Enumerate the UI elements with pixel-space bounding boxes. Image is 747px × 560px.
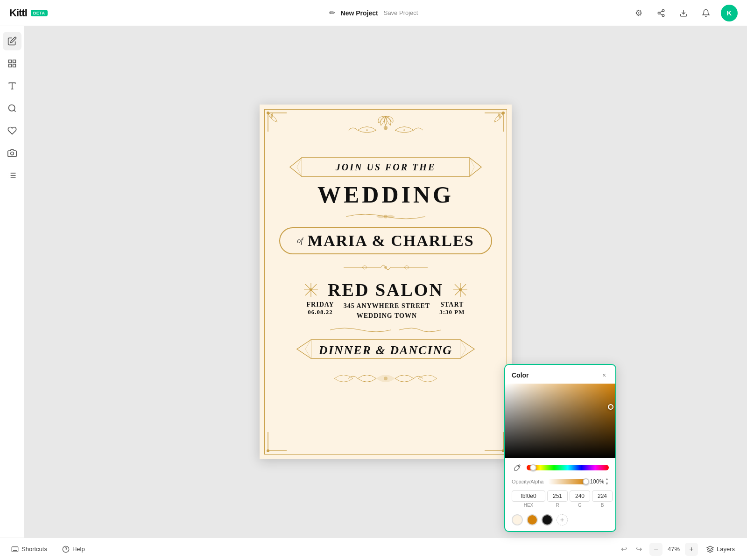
event-info-row: FRIDAY 06.08.22 345 ANYWHERE STREET WEDD…	[274, 301, 498, 321]
eyedropper-button[interactable]	[512, 462, 523, 473]
logo[interactable]: Kittl	[9, 7, 27, 19]
hex-label: HEX	[524, 503, 534, 508]
wedding-text: WEDDING	[317, 182, 454, 208]
sidebar-item-templates[interactable]	[3, 54, 21, 73]
layers-button[interactable]: Layers	[702, 544, 740, 555]
project-name[interactable]: New Project	[341, 9, 378, 17]
start-time: 3:30 PM	[439, 308, 465, 316]
gradient-cursor	[608, 404, 613, 410]
redo-button[interactable]: ↪	[633, 543, 646, 556]
r-input[interactable]	[547, 490, 568, 502]
svg-point-26	[366, 129, 368, 131]
svg-point-27	[403, 129, 405, 131]
swatch-black[interactable]	[542, 514, 553, 525]
ornament-bottom-row	[328, 325, 444, 335]
hue-slider[interactable]	[527, 465, 609, 470]
opacity-slider[interactable]	[548, 479, 586, 484]
undo-redo-controls: ↩ ↪	[618, 543, 646, 556]
user-avatar[interactable]: K	[721, 5, 738, 21]
g-input-group: G	[570, 490, 590, 508]
hue-slider-thumb	[530, 464, 536, 471]
g-label: G	[578, 503, 582, 508]
opacity-thumb	[583, 478, 589, 485]
color-inputs: HEX R G B	[505, 488, 615, 511]
help-button[interactable]: Help	[58, 544, 89, 555]
zoom-controls: − 47% +	[649, 543, 698, 556]
svg-point-32	[310, 288, 312, 291]
edit-icon: ✏	[329, 8, 335, 17]
help-label: Help	[72, 546, 85, 553]
bottom-bar: Shortcuts Help ↩ ↪ − 47% + La	[0, 538, 747, 560]
svg-point-21	[267, 112, 269, 114]
color-picker-header: Color ×	[505, 365, 615, 384]
g-input[interactable]	[570, 490, 590, 502]
opacity-row: Opacity/Alpha 100% ▲ ▼	[505, 475, 615, 488]
sidebar-item-shapes[interactable]	[3, 121, 21, 140]
swatch-gold[interactable]	[527, 514, 538, 525]
bottom-left: Shortcuts Help	[7, 544, 89, 555]
svg-rect-6	[8, 60, 11, 63]
layers-label: Layers	[717, 546, 735, 553]
header-left: Kittl BETA	[9, 7, 48, 19]
shortcuts-label: Shortcuts	[21, 546, 47, 553]
address-line2: WEDDING TOWN	[344, 311, 430, 321]
notification-button[interactable]	[698, 6, 713, 21]
top-ornament	[320, 114, 451, 151]
sidebar-item-grid[interactable]	[3, 166, 21, 185]
svg-line-3	[660, 14, 662, 15]
sidebar-item-camera[interactable]	[3, 144, 21, 162]
b-label: B	[601, 503, 604, 508]
svg-line-4	[660, 11, 662, 12]
svg-rect-7	[13, 60, 15, 63]
sidebar-item-edit[interactable]	[3, 32, 21, 50]
bottom-right: ↩ ↪ − 47% + Layers	[618, 543, 740, 556]
color-picker-close-button[interactable]: ×	[599, 371, 609, 380]
b-input[interactable]	[592, 490, 613, 502]
corner-tl	[263, 108, 291, 136]
download-button[interactable]	[676, 6, 691, 21]
svg-point-31	[384, 266, 387, 269]
svg-point-33	[459, 288, 462, 291]
header-right: ⚙ K	[631, 5, 738, 21]
share-button[interactable]	[654, 6, 669, 21]
hex-input-group: HEX	[512, 490, 545, 508]
swatch-add-button[interactable]	[557, 514, 568, 525]
left-sidebar	[0, 26, 24, 541]
save-project-button[interactable]: Save Project	[384, 9, 418, 16]
settings-button[interactable]: ⚙	[631, 6, 646, 21]
opacity-label: Opacity/Alpha	[512, 479, 544, 484]
shortcuts-button[interactable]: Shortcuts	[7, 544, 51, 555]
sidebar-item-search[interactable]	[3, 99, 21, 118]
friday-date: 06.08.22	[307, 308, 334, 316]
card-content: JOIN US FOR THE WEDDING of MARIA & CHARL…	[260, 105, 512, 401]
header-center: ✏ New Project Save Project	[329, 8, 418, 17]
maria-charles-text: MARIA & CHARLES	[308, 232, 474, 250]
join-us-text: JOIN US FOR THE	[336, 162, 436, 173]
swatch-white[interactable]	[512, 514, 523, 525]
svg-point-22	[502, 112, 505, 114]
hex-input[interactable]	[512, 490, 545, 502]
wedding-card: JOIN US FOR THE WEDDING of MARIA & CHARL…	[260, 105, 512, 459]
color-swatches	[505, 511, 615, 531]
canvas-area[interactable]: JOIN US FOR THE WEDDING of MARIA & CHARL…	[24, 26, 747, 538]
beta-badge: BETA	[31, 10, 48, 16]
svg-point-12	[8, 105, 14, 111]
ornament-divider-1	[344, 210, 428, 224]
corner-bl	[263, 427, 291, 455]
start-col: START 3:30 PM	[439, 301, 465, 316]
address-line1: 345 ANYWHERE STREET	[344, 301, 430, 311]
opacity-value: 100% ▲ ▼	[590, 477, 609, 486]
undo-button[interactable]: ↩	[618, 543, 631, 556]
zoom-minus-button[interactable]: −	[649, 543, 662, 556]
sidebar-item-text[interactable]	[3, 77, 21, 95]
zoom-plus-button[interactable]: +	[685, 543, 698, 556]
b-input-group: B	[592, 490, 613, 508]
corner-br	[480, 427, 508, 455]
r-label: R	[556, 503, 559, 508]
opacity-spinners[interactable]: ▲ ▼	[605, 477, 609, 486]
color-gradient-picker[interactable]	[505, 384, 615, 458]
red-salon-text: RED SALON	[328, 280, 444, 300]
zoom-value[interactable]: 47%	[664, 546, 683, 553]
bottom-floral	[320, 367, 451, 392]
svg-marker-40	[707, 546, 713, 549]
